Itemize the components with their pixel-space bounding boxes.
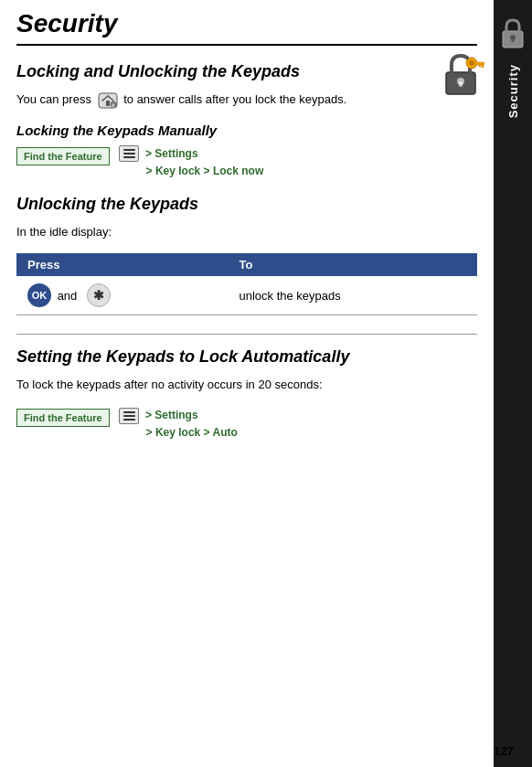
auto-lock-body-text: To lock the keypads after no activity oc… bbox=[16, 376, 477, 394]
ok-button-icon: OK bbox=[27, 283, 51, 307]
locking-intro-text: You can press c to answer calls after yo… bbox=[16, 91, 477, 110]
svg-rect-2 bbox=[459, 81, 463, 87]
table-cell-buttons: OK and ✱ bbox=[16, 276, 229, 315]
svg-rect-6 bbox=[482, 65, 484, 68]
find-feature-auto: Find the Feature > Settings > Key lock >… bbox=[16, 407, 477, 442]
manual-lock-heading: Locking the Keypads Manually bbox=[16, 123, 477, 138]
idle-display-text: In the idle display: bbox=[16, 223, 477, 241]
table-col-to: To bbox=[229, 253, 478, 276]
unlock-section-heading: Unlocking the Keypads bbox=[16, 195, 477, 214]
section-divider bbox=[16, 334, 477, 335]
lock-icon-decoration bbox=[437, 50, 484, 101]
sidebar-label: Security bbox=[506, 64, 520, 118]
star-button-icon: ✱ bbox=[87, 283, 111, 307]
svg-rect-5 bbox=[475, 62, 484, 65]
sidebar-lock-icon bbox=[498, 16, 527, 51]
main-content: Security Locking and Unlocking the Keypa… bbox=[0, 0, 494, 442]
locking-section-heading: Locking and Unlocking the Keypads bbox=[16, 62, 477, 81]
find-feature-path-manual: > Settings > Key lock > Lock now bbox=[119, 145, 264, 180]
svg-point-4 bbox=[469, 60, 474, 66]
find-feature-path-auto: > Settings > Key lock > Auto bbox=[119, 407, 238, 442]
svg-text:c: c bbox=[112, 102, 114, 108]
svg-rect-12 bbox=[106, 101, 110, 106]
auto-lock-section-heading: Setting the Keypads to Lock Automaticall… bbox=[16, 347, 477, 367]
send-key-icon: c bbox=[97, 91, 119, 110]
page-title: Security bbox=[16, 0, 477, 46]
find-feature-manual: Find the Feature > Settings > Key lock >… bbox=[16, 145, 477, 180]
and-text: and bbox=[58, 289, 78, 303]
svg-rect-7 bbox=[479, 65, 481, 67]
table-col-press: Press bbox=[16, 253, 229, 276]
find-feature-label-manual: Find the Feature bbox=[16, 147, 110, 165]
table-row: OK and ✱ unlock the keypads bbox=[16, 276, 477, 315]
table-cell-action: unlock the keypads bbox=[229, 276, 478, 315]
menu-icon-auto bbox=[119, 409, 145, 421]
find-feature-label-auto: Find the Feature bbox=[16, 409, 110, 427]
page-number: 127 bbox=[494, 744, 514, 758]
right-sidebar: Security bbox=[494, 0, 532, 767]
menu-icon-manual bbox=[119, 147, 145, 160]
unlock-table: Press To OK and ✱ unlock the keypads bbox=[16, 253, 477, 315]
svg-rect-10 bbox=[512, 37, 515, 42]
